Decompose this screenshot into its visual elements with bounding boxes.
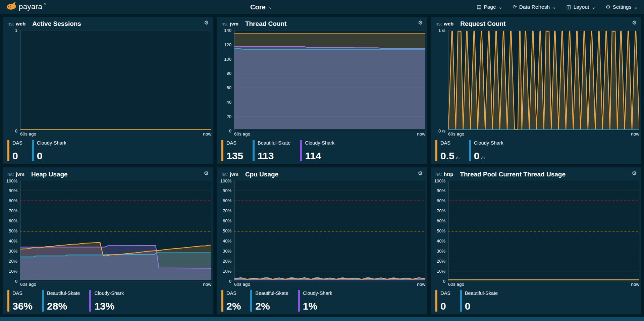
- menu-data-refresh[interactable]: ⟳Data Refresh⌄: [513, 4, 556, 10]
- x-label-end: now: [417, 282, 425, 288]
- y-axis-labels: 1 /s0 /s: [431, 30, 448, 131]
- y-tick-label: 10%: [437, 269, 445, 274]
- legend: DAS36%Beautiful-Skate28%Cloudy-Shark13%: [3, 288, 213, 314]
- y-tick-label: 40: [227, 99, 231, 104]
- y-tick-label: 50%: [223, 228, 231, 233]
- plot-area: [20, 181, 211, 281]
- legend-color-bar: [435, 290, 437, 312]
- legend-value: 2%: [226, 301, 241, 311]
- y-tick-label: 20: [227, 114, 231, 119]
- panel-title: Active Sessions: [32, 20, 81, 28]
- legend-text: DAS135: [226, 140, 243, 161]
- panel-title: Cpu Usage: [245, 171, 278, 178]
- menu-layout[interactable]: ◫Layout⌄: [567, 4, 596, 10]
- legend-name: DAS: [226, 140, 243, 146]
- y-tick-label: 80%: [223, 198, 231, 203]
- legend-text: Beautiful-Skate0: [465, 290, 498, 312]
- chart-svg: [20, 181, 211, 281]
- legend-value-number: 1%: [303, 301, 317, 312]
- panel-header: ns:httpThread Pool Current Thread Usage⚙: [431, 167, 641, 179]
- legend-text: Beautiful-Skate2%: [255, 290, 288, 312]
- plot-area: [234, 181, 425, 281]
- y-tick-label: 100%: [220, 178, 231, 183]
- menu-page[interactable]: ▤Page⌄: [477, 4, 502, 10]
- menu-label: Layout: [574, 4, 589, 10]
- namespace-key: ns:: [435, 171, 442, 177]
- legend-name: Beautiful-Skate: [465, 290, 498, 296]
- y-tick-label: 10%: [223, 269, 231, 274]
- legend-text: DAS2%: [226, 290, 241, 312]
- namespace-label: ns:jvm: [221, 21, 238, 27]
- legend: DAS2%Beautiful-Skate2%Cloudy-Shark1%: [217, 288, 427, 314]
- y-tick-label: 1: [15, 28, 17, 33]
- gear-icon[interactable]: ⚙: [632, 170, 637, 176]
- legend-color-bar: [32, 140, 34, 161]
- namespace-value: http: [444, 171, 453, 177]
- legend-value: 2%: [255, 301, 288, 311]
- chart-body: 1 /s0 /s: [431, 29, 641, 131]
- y-tick-label: 120: [224, 42, 231, 47]
- gear-icon[interactable]: ⚙: [204, 170, 209, 176]
- chart-svg: [20, 30, 211, 131]
- legend-value-number: 2%: [255, 301, 270, 312]
- gear-icon[interactable]: ⚙: [418, 19, 423, 26]
- legend-name: Cloudy-Shark: [94, 290, 124, 296]
- menu-label: Data Refresh: [519, 4, 550, 10]
- gridline: [448, 131, 639, 131]
- legend-value-number: 2%: [226, 301, 241, 312]
- series-area-Cloudy-Shark: [234, 47, 425, 129]
- plot-area: [448, 30, 639, 131]
- gear-icon[interactable]: ⚙: [632, 19, 637, 26]
- panel-header: ns:jvmCpu Usage⚙: [217, 167, 427, 179]
- legend-color-bar: [253, 140, 255, 161]
- menu-settings[interactable]: ⚙Settings⌄: [606, 4, 638, 10]
- panel-title: Thread Count: [245, 20, 287, 28]
- legend: DAS135Beautiful-Skate113Cloudy-Shark114: [217, 138, 427, 164]
- legend-value-number: 13%: [94, 301, 114, 312]
- y-tick-label: 90%: [9, 188, 17, 193]
- chart-body: 100%90%80%70%60%50%40%30%20%10%0: [431, 179, 641, 281]
- menu-label: Settings: [612, 4, 631, 10]
- payara-fish-icon: [6, 2, 17, 12]
- x-label-start: 60s ago: [234, 282, 250, 288]
- legend-item: Beautiful-Skate0: [460, 290, 498, 312]
- legend-value-number: 113: [258, 150, 274, 161]
- y-tick-label: 10%: [9, 269, 17, 274]
- gear-icon[interactable]: ⚙: [418, 170, 423, 176]
- y-tick-label: 70%: [223, 208, 231, 213]
- legend-color-bar: [469, 140, 471, 161]
- legend-color-bar: [250, 290, 252, 312]
- legend-value: 0: [465, 301, 498, 311]
- legend-color-bar: [7, 290, 9, 312]
- y-tick-label: 90%: [437, 188, 445, 193]
- refresh-icon: ⟳: [513, 4, 517, 10]
- page-title-wrap[interactable]: Core ⌄: [46, 3, 477, 11]
- y-tick-label: 0: [229, 128, 231, 133]
- y-tick-label: 60: [227, 85, 231, 90]
- x-label-end: now: [631, 282, 639, 288]
- legend-item: Cloudy-Shark0/s: [469, 140, 503, 161]
- legend-value: 1%: [303, 301, 332, 311]
- chart-panel: ns:jvmThread Count⚙14012010080604020060s…: [217, 17, 427, 164]
- legend-value-number: 36%: [12, 301, 33, 312]
- legend-value: 13%: [94, 301, 124, 311]
- page-title: Core: [250, 3, 266, 11]
- namespace-value: web: [16, 21, 25, 26]
- legend-item: Beautiful-Skate28%: [42, 290, 80, 312]
- legend-value-number: 28%: [47, 301, 67, 312]
- y-tick-label: 20%: [437, 259, 445, 264]
- panel-header: ns:webActive Sessions⚙: [3, 17, 213, 29]
- legend-name: DAS: [226, 290, 241, 296]
- chevron-down-icon: ⌄: [498, 5, 503, 9]
- payara-logo[interactable]: payara ®: [6, 2, 46, 12]
- plot-area: [234, 30, 425, 131]
- gridline: [234, 281, 425, 281]
- x-label-start: 60s ago: [448, 282, 464, 288]
- x-axis-labels: 60s agonow: [234, 131, 425, 138]
- legend-item: Cloudy-Shark0: [32, 140, 66, 161]
- y-tick-label: 50%: [437, 228, 445, 233]
- gear-icon[interactable]: ⚙: [204, 19, 209, 26]
- legend-text: Cloudy-Shark0: [37, 140, 66, 161]
- chevron-down-icon: ⌄: [268, 5, 273, 9]
- x-label-end: now: [203, 282, 211, 288]
